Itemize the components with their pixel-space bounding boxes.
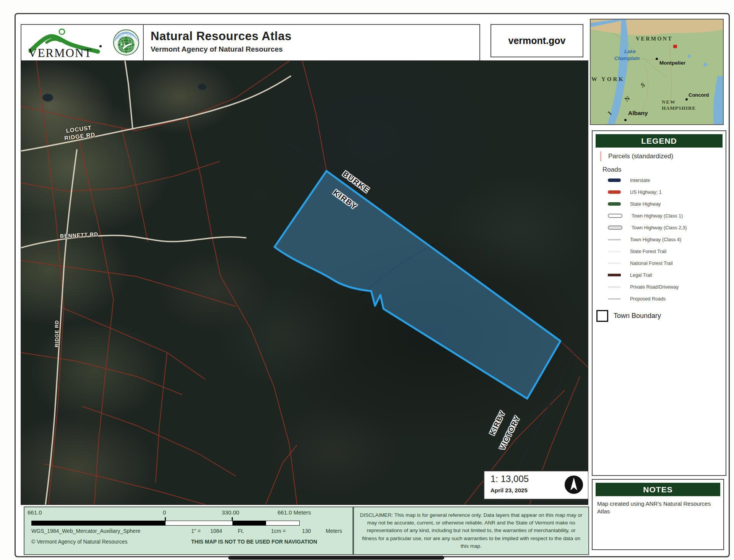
national-forest-trail-swatch: [608, 263, 621, 264]
interstate-swatch: [608, 179, 621, 182]
inset-label-lake-line2: Champlain: [614, 55, 640, 61]
scalebar-tick-zero: [165, 517, 166, 521]
legend-panel: LEGEND Parcels (standardized) Roads Inte…: [592, 130, 726, 476]
legend-item-national-forest-trail: National Forest Trail: [608, 257, 726, 269]
inset-label-lake-line1: Lake: [624, 49, 636, 54]
scale-ratio: 1: 13,005: [490, 474, 529, 484]
vermont-state-logo: VERMONT: [27, 27, 109, 59]
us-highway-swatch: [608, 190, 621, 194]
legend-item-private-road: Private Road/Driveway: [608, 281, 726, 293]
inset-label-vermont: VERMONT: [636, 36, 673, 42]
anr-seal-icon: [112, 29, 140, 56]
copyright-label: © Vermont Agency of Natural Resources: [31, 539, 128, 545]
road-label-ridge-vertical: RIDGE RD: [54, 320, 60, 347]
legend-item-interstate: Interstate: [608, 174, 726, 186]
town-highway-23-swatch: [608, 226, 622, 230]
projection-label: WGS_1984_Web_Mercator_Auxiliary_Sphere: [31, 528, 140, 534]
cm-ratio-unit: Meters: [326, 528, 342, 534]
scalebar-graphic: [31, 521, 300, 526]
town-highway-1-swatch: [608, 214, 622, 218]
disclaimer-text: DISCLAIMER: This map is for general refe…: [354, 510, 588, 552]
vermont-gov-link: vermont.gov: [490, 24, 583, 57]
notes-panel: NOTES Map created using ANR's Natural Re…: [592, 479, 724, 550]
legend-item-us-highway: US Highway; 1: [608, 186, 726, 198]
inch-ratio-unit: Ft.: [238, 528, 244, 534]
map-date: April 23, 2025: [490, 487, 528, 493]
private-road-swatch: [608, 286, 621, 288]
legend-item-town-boundary: Town Boundary: [596, 310, 726, 322]
albany-dot: [624, 119, 627, 121]
notes-body: Map created using ANR's Natural Resource…: [597, 500, 719, 516]
inset-label-nh-line1: NEW: [662, 99, 676, 105]
legend-item-town-highway-4: Town Highway (Class 4): [608, 234, 726, 245]
scale-info-box: 1: 13,005 April 23, 2025: [483, 470, 588, 500]
aerial-map-canvas: BURKE KIRBY KIRBY VICTORY LOCUST RIDGE R…: [21, 60, 588, 505]
inset-label-concord: Concord: [689, 92, 709, 98]
inset-label-albany: Albany: [628, 110, 648, 117]
north-arrow-icon: [564, 475, 584, 495]
page-subtitle: Vermont Agency of Natural Resources: [151, 45, 292, 54]
state-forest-trail-swatch: [608, 251, 621, 252]
atlas-map-page: VERMONT Natural Resources Atlas V: [0, 0, 734, 560]
state-highway-swatch: [608, 202, 621, 206]
inset-label-new-york: W YORK: [591, 76, 625, 83]
legend-title: LEGEND: [596, 134, 723, 148]
montpelier-dot: [656, 58, 658, 60]
inset-label-montpelier: Montpelier: [659, 60, 685, 66]
scalebar-zero: 0: [163, 509, 166, 516]
legend-item-state-forest-trail: State Forest Trail: [608, 245, 726, 257]
inset-label-nh-line2: HAMPSHIRE: [662, 105, 696, 111]
disclaimer-panel: DISCLAIMER: This map is for general refe…: [353, 506, 589, 555]
legend-item-legal-trail: Legal Trail: [608, 269, 726, 281]
scalebar-middle: 330.00: [222, 509, 239, 516]
legend-item-town-highway-23: Town Highway (Class 2,3): [608, 222, 726, 234]
roads-heading: Roads: [602, 166, 726, 174]
scalebar-far-left: 661.0: [28, 509, 42, 516]
town-boundary-swatch: [596, 310, 608, 322]
state-locator-map: VERMONT Lake Champlain Montpelier W YORK…: [590, 19, 724, 125]
parcels-swatch: [600, 151, 601, 161]
header-divider: [143, 25, 144, 61]
cm-ratio-value: 130: [302, 528, 311, 534]
vermont-wordmark: VERMONT: [28, 46, 92, 60]
inch-ratio-label: 1" =: [191, 528, 201, 534]
notes-title: NOTES: [596, 483, 720, 496]
page-title: Natural Resources Atlas: [151, 29, 292, 43]
legend-item-state-highway: State Highway: [608, 198, 726, 210]
legend-item-town-highway-1: Town Highway (Class 1): [608, 210, 726, 222]
proposed-roads-swatch: [608, 298, 621, 300]
scalebar-tick-330: [232, 517, 233, 521]
parcels-label: Parcels (standardized): [608, 153, 673, 160]
scalebar-right: 661.0 Meters: [278, 509, 311, 516]
map-location-marker: [673, 45, 677, 48]
navigation-warning: THIS MAP IS NOT TO BE USED FOR NAVIGATIO…: [191, 539, 317, 545]
town-highway-4-swatch: [608, 239, 621, 240]
legal-trail-swatch: [608, 274, 621, 276]
header: VERMONT Natural Resources Atlas V: [21, 24, 480, 62]
concord-dot: [685, 98, 688, 101]
cm-ratio-label: 1cm =: [271, 528, 286, 534]
page-bottom-strip: [228, 556, 444, 560]
scalebar-panel: 661.0 0 330.00 661.0 Meters WGS_1984_Web…: [24, 506, 353, 555]
legend-item-proposed-roads: Proposed Roads: [608, 293, 726, 305]
selected-parcel-polygon: [274, 171, 560, 399]
inch-ratio-value: 1084: [210, 528, 222, 534]
